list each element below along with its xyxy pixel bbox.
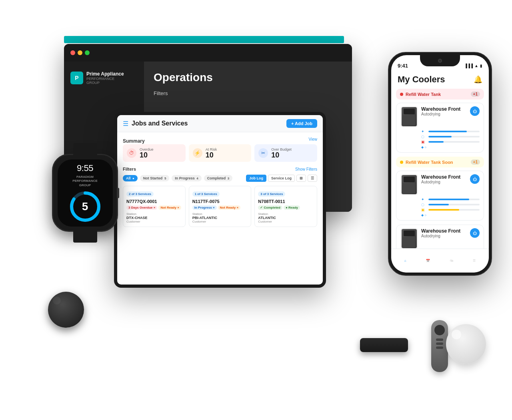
- watch-band-top: [73, 143, 97, 156]
- nav-home[interactable]: ⌂: [404, 259, 406, 263]
- tab-not-started[interactable]: Not Started 5: [140, 175, 169, 181]
- cooler-power-btn-3[interactable]: ⏻: [470, 228, 480, 238]
- job-log-btn[interactable]: Job Log: [246, 175, 266, 182]
- cooler-image-3: [400, 228, 418, 249]
- watch-number: 5: [82, 200, 88, 213]
- job-card-3[interactable]: 3 of 3 Services N708TT-0011 ✓ Completed …: [254, 186, 317, 227]
- watch-crown: [117, 188, 119, 198]
- apple-watch: 9:55 PARADIGMPERFORMANCEGROUP 5: [52, 154, 118, 232]
- wifi-icon: ▲: [474, 64, 478, 68]
- menu-icon: ☰: [473, 259, 476, 263]
- overdue-icon: ⏱: [127, 148, 136, 158]
- summary-cards: ⏱ Overdue 10 ⚡ At Risk 10: [123, 144, 317, 162]
- grid-view-btn[interactable]: ⊞: [296, 175, 306, 182]
- cooler-stat-row-2a: ✦: [421, 197, 480, 201]
- cooler-bar-1a: [428, 131, 480, 132]
- job-service-badge-3: 3 of 3 Services: [258, 191, 285, 197]
- teal-accent-bar: [64, 36, 344, 43]
- cooler-card-1[interactable]: Warehouse Front Autodrying ⏻ ✦ ◌: [396, 103, 484, 153]
- watch-band-bottom: [73, 230, 97, 243]
- job-tags-3: ✓ Completed ● Ready: [258, 205, 314, 210]
- notification-bell-icon[interactable]: 🔔: [474, 75, 482, 84]
- phone-time: 9:41: [398, 63, 408, 69]
- app-logo: P Prime Appliance PERFORMANCEGROUP: [64, 68, 144, 93]
- job-service-badge-1: 2 of 3 Services: [126, 191, 154, 197]
- alert-count-red: +1: [471, 92, 480, 97]
- cooler-status-1: Autodrying: [421, 112, 467, 116]
- cooler-img-body-2: [403, 183, 416, 193]
- job-customer-label-2: Customer: [192, 220, 248, 223]
- add-job-button[interactable]: + Add Job: [286, 119, 317, 128]
- cooler-power-btn-2[interactable]: ⏻: [470, 174, 480, 184]
- service-log-btn[interactable]: Service Log: [268, 175, 295, 182]
- over-budget-icon: ✂: [258, 148, 268, 158]
- job-card-1[interactable]: 2 of 3 Services N7777QX-0001 3 Days Over…: [123, 186, 186, 227]
- cooler-img-inner-2: [402, 175, 417, 194]
- view-link[interactable]: View: [309, 137, 318, 141]
- menu-icon[interactable]: ☰: [123, 120, 128, 127]
- water-icon-1: ◌: [421, 135, 426, 139]
- cooler-tag-1a: ◆ ○: [421, 145, 426, 149]
- cooler-fill-1c: [428, 141, 444, 143]
- filters-section: Filters Show Filters: [123, 167, 317, 171]
- list-view-btn[interactable]: ☰: [308, 175, 317, 182]
- phone-notch: [420, 55, 460, 66]
- at-risk-value: 10: [206, 151, 217, 159]
- remote-btn-3: [436, 346, 443, 349]
- cooler-stat-row-2b: ◌: [421, 203, 480, 207]
- nav-menu[interactable]: ☰: [473, 259, 476, 263]
- alert-refill-red: Refill Water Tank +1: [396, 89, 484, 100]
- logo-icon: P: [70, 72, 83, 84]
- front-camera: [438, 59, 442, 63]
- tab-in-progress[interactable]: In Progress 4: [172, 175, 201, 181]
- cooler-bar-2c: [428, 209, 480, 211]
- cooler-stat-row-1b: ◌: [421, 135, 480, 139]
- cooler-power-btn-1[interactable]: ⏻: [470, 106, 480, 116]
- fullscreen-dot: [85, 50, 90, 55]
- homepod-mini-white: [444, 324, 488, 368]
- nav-shop[interactable]: 🛍: [450, 259, 453, 263]
- job-tag-notready-2: Not Ready ×: [218, 205, 240, 210]
- cooler-name-1: Warehouse Front: [421, 106, 467, 112]
- cooler-card-2[interactable]: Warehouse Front Autodrying ⏻ ✦ ◌: [396, 171, 484, 221]
- over-budget-info: Over Budget 10: [271, 147, 292, 159]
- job-tag-overdue-1: 3 Days Overdue ×: [126, 205, 157, 210]
- job-id-2: N117TF-0075: [192, 199, 248, 204]
- nav-calendar[interactable]: 📅: [426, 259, 430, 263]
- remote-touchpad: [434, 325, 445, 335]
- cooler-stat-row-1a: ✦: [421, 129, 480, 133]
- job-station-val-1: DTX-CHASE: [126, 216, 182, 220]
- show-filters-link[interactable]: Show Filters: [295, 167, 317, 171]
- settings-icon-1: ✦: [421, 129, 426, 133]
- monitor-dots: [70, 50, 90, 55]
- cooler-bar-1c: [428, 141, 480, 143]
- cooler-img-body-3: [403, 237, 416, 247]
- tab-all[interactable]: All ●: [123, 175, 138, 181]
- cooler-bar-2a: [428, 199, 480, 200]
- cooler-stats-2: ✦ ◌ ▣: [400, 197, 480, 212]
- tablet-header: ☰ Jobs and Services + Add Job: [117, 115, 323, 132]
- watch-brand: PARADIGMPERFORMANCEGROUP: [72, 175, 98, 187]
- job-card-2[interactable]: 1 of 3 Services N117TF-0075 In Progress …: [189, 186, 252, 227]
- tab-completed[interactable]: Completed 3: [204, 175, 232, 181]
- filters-label: Filters: [154, 90, 168, 96]
- app-name: Prime Appliance: [86, 71, 124, 77]
- alert-text-yellow: Refill Water Tank Soon: [406, 160, 468, 165]
- alert-text-red: Refill Water Tank: [406, 92, 468, 97]
- job-station-val-2: PBI-ATLANTIC: [192, 216, 248, 220]
- tablet-device: ☰ Jobs and Services + Add Job Summary Vi…: [114, 112, 326, 288]
- cooler-header-2: Warehouse Front Autodrying ⏻: [400, 174, 480, 195]
- summary-label: Summary: [123, 138, 145, 144]
- cooler-bar-1b: [428, 136, 480, 137]
- calendar-icon: 📅: [426, 259, 430, 263]
- watch-ring: 5: [69, 191, 101, 223]
- cooler-fill-1b: [428, 136, 452, 137]
- job-tag-inprogress-2: In Progress ×: [192, 205, 217, 210]
- homepod-mini-dark: [46, 292, 86, 332]
- at-risk-card: ⚡ At Risk 10: [189, 144, 252, 162]
- cooler-img-inner-1: [402, 107, 417, 126]
- over-budget-card: ✂ Over Budget 10: [254, 144, 317, 162]
- cooler-info-2: Warehouse Front Autodrying: [421, 174, 467, 186]
- job-station-label-3: Station: [258, 212, 314, 216]
- phone-title: My Coolers: [398, 74, 445, 85]
